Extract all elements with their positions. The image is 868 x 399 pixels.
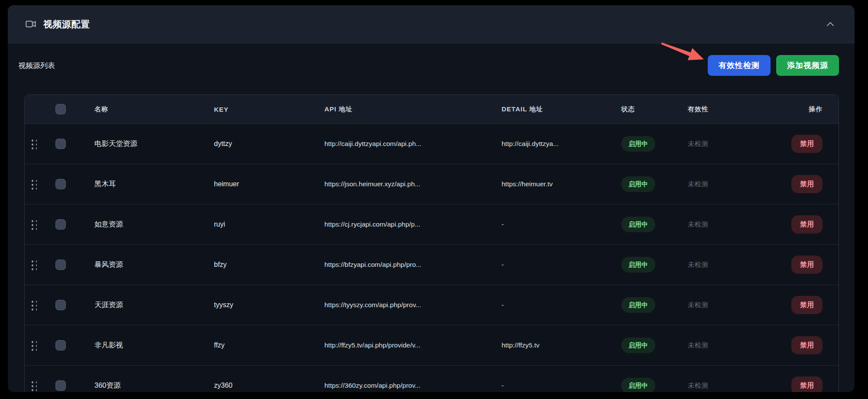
disable-button[interactable]: 禁用 — [791, 215, 823, 234]
status-badge: 启用中 — [621, 378, 655, 392]
disable-button[interactable]: 禁用 — [791, 336, 823, 354]
source-detail-url: - — [502, 221, 621, 228]
validity-status: 未检测 — [688, 139, 790, 149]
source-name: 黑木耳 — [94, 179, 214, 189]
table-row: 非凡影视 ffzy http://ffzy5.tv/api.php/provid… — [25, 325, 839, 365]
video-camera-icon — [25, 18, 37, 30]
table-body: 电影天堂资源 dyttzy http://caiji.dyttzyapi.com… — [25, 123, 839, 392]
validity-status: 未检测 — [688, 260, 790, 269]
drag-handle-icon[interactable] — [30, 299, 37, 311]
validity-check-button[interactable]: 有效性检测 — [708, 55, 771, 76]
source-key: bfzy — [214, 261, 324, 269]
source-key: ruyi — [214, 221, 324, 228]
drag-handle-icon[interactable] — [30, 138, 37, 149]
source-detail-url: https://heimuer.tv — [502, 180, 621, 188]
col-header-detail: DETAIL 地址 — [502, 105, 621, 114]
col-header-validity: 有效性 — [688, 105, 790, 114]
row-checkbox[interactable] — [55, 219, 66, 230]
source-api-url: https://tyyszy.com/api.php/prov... — [324, 301, 502, 309]
table-row: 暴风资源 bfzy https://bfzyapi.com/api.php/pr… — [25, 244, 839, 285]
source-name: 非凡影视 — [94, 341, 214, 350]
source-key: dyttzy — [214, 140, 324, 148]
validity-status: 未检测 — [688, 381, 790, 390]
col-header-name: 名称 — [94, 105, 214, 114]
video-source-config-panel: 视频源配置 视频源列表 有效性检测 添加视频源 名称 KEY API 地址 DE… — [8, 5, 855, 392]
disable-button[interactable]: 禁用 — [791, 135, 823, 153]
row-checkbox[interactable] — [55, 179, 66, 189]
validity-status: 未检测 — [688, 341, 790, 350]
drag-handle-icon[interactable] — [30, 259, 37, 270]
source-api-url: http://caiji.dyttzyapi.com/api.ph... — [324, 140, 502, 148]
validity-status: 未检测 — [688, 180, 790, 189]
status-badge: 启用中 — [621, 176, 655, 192]
list-label: 视频源列表 — [18, 61, 55, 71]
col-header-api: API 地址 — [324, 105, 502, 114]
status-badge: 启用中 — [621, 337, 655, 353]
source-name: 如意资源 — [94, 220, 214, 229]
source-name: 暴风资源 — [94, 260, 214, 269]
source-name: 360资源 — [94, 381, 214, 390]
validity-status: 未检测 — [688, 301, 790, 310]
table-header-row: 名称 KEY API 地址 DETAIL 地址 状态 有效性 操作 — [25, 95, 839, 123]
row-checkbox[interactable] — [55, 380, 66, 391]
source-api-url: https://360zy.com/api.php/prov... — [324, 382, 502, 389]
col-header-status: 状态 — [621, 105, 688, 114]
drag-handle-icon[interactable] — [30, 178, 37, 190]
validity-status: 未检测 — [688, 220, 790, 229]
table-row: 360资源 zy360 https://360zy.com/api.php/pr… — [25, 365, 839, 392]
col-header-action: 操作 — [790, 105, 839, 114]
source-key: ffzy — [214, 341, 324, 349]
table-row: 天涯资源 tyyszy https://tyyszy.com/api.php/p… — [25, 285, 839, 325]
row-checkbox[interactable] — [55, 260, 66, 270]
disable-button[interactable]: 禁用 — [791, 296, 823, 314]
source-table: 名称 KEY API 地址 DETAIL 地址 状态 有效性 操作 电影天堂资源… — [24, 94, 839, 392]
source-name: 天涯资源 — [94, 300, 214, 310]
panel-header: 视频源配置 — [8, 5, 855, 43]
source-key: zy360 — [214, 382, 324, 389]
drag-handle-icon[interactable] — [30, 380, 37, 391]
status-badge: 启用中 — [621, 217, 655, 232]
source-detail-url: - — [502, 382, 621, 389]
select-all-checkbox[interactable] — [55, 104, 66, 114]
row-checkbox[interactable] — [55, 139, 66, 149]
row-checkbox[interactable] — [55, 300, 66, 310]
col-header-key: KEY — [214, 106, 324, 113]
disable-button[interactable]: 禁用 — [791, 376, 823, 392]
source-api-url: https://cj.rycjapi.com/api.php/p... — [324, 221, 502, 228]
source-key: heimuer — [214, 180, 324, 188]
disable-button[interactable]: 禁用 — [791, 256, 823, 274]
disable-button[interactable]: 禁用 — [791, 175, 823, 193]
chevron-up-icon[interactable] — [825, 19, 836, 29]
source-api-url: http://ffzy5.tv/api.php/provide/v... — [324, 341, 502, 349]
panel-title: 视频源配置 — [43, 18, 90, 30]
source-api-url: https://bfzyapi.com/api.php/pro... — [324, 261, 502, 269]
table-row: 如意资源 ruyi https://cj.rycjapi.com/api.php… — [25, 204, 839, 244]
row-checkbox[interactable] — [55, 340, 66, 350]
source-detail-url: - — [502, 261, 621, 269]
status-badge: 启用中 — [621, 136, 655, 152]
source-key: tyyszy — [214, 301, 324, 309]
drag-handle-icon[interactable] — [30, 219, 37, 230]
source-detail-url: http://caiji.dyttzya... — [502, 140, 621, 148]
status-badge: 启用中 — [621, 257, 655, 272]
source-detail-url: - — [502, 301, 621, 309]
drag-handle-icon[interactable] — [30, 340, 37, 351]
table-row: 黑木耳 heimuer https://json.heimuer.xyz/api… — [25, 164, 839, 204]
source-api-url: https://json.heimuer.xyz/api.ph... — [324, 180, 502, 188]
table-row: 电影天堂资源 dyttzy http://caiji.dyttzyapi.com… — [25, 123, 839, 164]
toolbar: 视频源列表 有效性检测 添加视频源 — [8, 43, 855, 76]
status-badge: 启用中 — [621, 297, 655, 313]
source-detail-url: http://ffzy5.tv — [502, 341, 621, 349]
source-name: 电影天堂资源 — [94, 139, 214, 149]
add-source-button[interactable]: 添加视频源 — [776, 55, 839, 76]
